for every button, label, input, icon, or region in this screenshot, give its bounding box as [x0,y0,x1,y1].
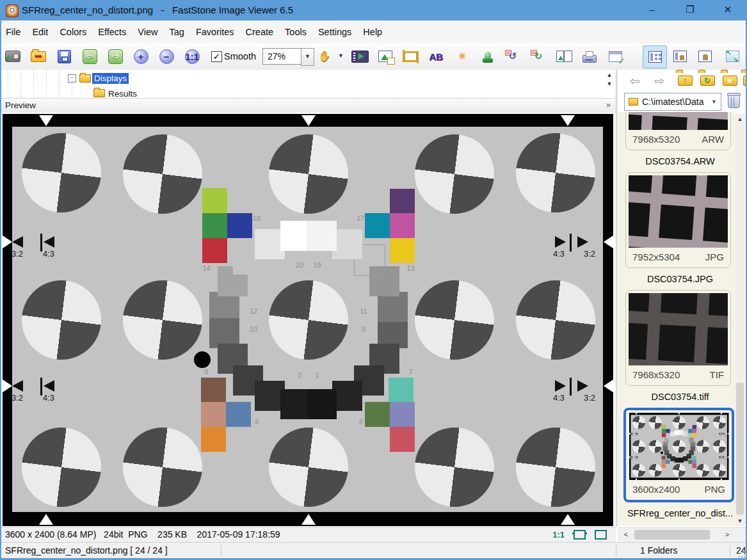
thumbnail-card[interactable]: 7968x5320ARW [625,112,731,150]
quadrant-circle [123,280,202,360]
fullscreen-icon[interactable] [721,45,744,67]
print-icon[interactable] [578,45,601,67]
grayscale-patch-number: 10 [669,447,671,449]
zoom-dropdown-button[interactable]: ▼ [301,48,314,66]
zoom-in-icon[interactable]: + [129,45,152,67]
grayscale-patch-19 [307,221,337,251]
preview-collapse-icon[interactable]: » [606,99,611,112]
tree-item-displays[interactable]: Displays [92,73,129,84]
grayscale-patch-number: 1 [311,371,324,380]
tree-scroll-down-icon[interactable]: ▼ [604,81,614,87]
thumbnail-card[interactable]: 12347891011121314171819203:24:34:33:23:2… [623,408,734,502]
next-image-icon[interactable]: ⇨ [104,45,127,67]
save-icon[interactable] [52,45,76,67]
fullscreen-status-icon[interactable] [595,530,607,540]
thumbnail-card[interactable]: 7952x5304JPG [625,172,731,268]
rotate-right-icon[interactable]: ↻ [527,45,550,67]
checker-square [709,293,728,317]
delete-icon[interactable] [728,94,740,108]
tree-scroll-up-icon[interactable]: ▲ [604,72,614,78]
registration-triangle-bottom [39,514,53,525]
resize-grip[interactable] [739,551,745,557]
clone-stamp-icon[interactable] [476,45,499,67]
folder-favorites-icon-glyph: ★ [720,72,739,89]
menu-edit[interactable]: Edit [26,20,54,44]
menu-tag[interactable]: Tag [164,20,190,44]
color-patch-green [202,213,227,238]
scroll-right-icon[interactable]: > [722,530,732,540]
tree-item-results[interactable]: Results [106,88,139,98]
grayscale-patch-2 [280,389,310,419]
scroll-up-icon[interactable]: ▲ [735,114,745,124]
thumbnail-horizontal-scrollbar[interactable]: < > [618,527,746,543]
rotate-left-icon[interactable]: ↺ [501,45,524,67]
hand-tool-icon[interactable]: ✋ [313,45,336,67]
thumbnail-filename[interactable]: SFRreg_center_no_dist... [625,508,735,519]
zoom-out-icon[interactable]: − [155,45,178,67]
checker-pattern [629,293,728,365]
scroll-down-icon[interactable]: ▼ [735,516,745,526]
thumbnail-filename[interactable]: DSC03754.ARW [625,156,735,167]
thumbnail-filename[interactable]: DSC03754.tiff [625,391,735,403]
resize-icon[interactable] [374,45,397,67]
image-preview[interactable]: 12347891011121314171819203:24:34:33:23:2… [0,113,616,527]
menu-view[interactable]: View [132,20,163,44]
layout-browser-icon[interactable] [643,45,667,68]
annotate-icon[interactable]: AB [424,45,447,67]
zoom-level-input[interactable]: 27% [262,48,305,65]
registration-triangle-right [727,456,728,458]
fit-window-icon[interactable] [574,530,586,540]
nav-back-icon[interactable]: ⇦ [625,72,645,89]
previous-image-icon[interactable]: ⇦ [78,45,101,67]
smooth-checkbox[interactable]: ✓ [211,51,222,62]
slideshow-icon[interactable] [348,45,371,67]
minimize-button[interactable]: – [638,0,667,20]
bottom-status-bar: SFRreg_center_no_distort.png [ 24 / 24 ]… [0,542,747,559]
path-folder-icon [629,98,638,106]
nav-forward-icon[interactable]: ⇨ [650,72,669,89]
actual-size-icon[interactable]: 1:1 [181,45,204,67]
menu-help[interactable]: Help [357,20,388,44]
compare-images-icon[interactable] [552,45,575,67]
menu-settings[interactable]: Settings [312,20,357,44]
layout-image-icon[interactable] [693,45,716,67]
aspect-marker-arrow [44,236,54,248]
open-file-icon[interactable]: ➥ [27,45,50,67]
title-bar[interactable]: SFRreg_center_no_distort.png - FastStone… [0,0,747,20]
settings-icon[interactable] [604,45,627,67]
layout-preview-icon[interactable] [668,45,691,67]
thumbnail-card[interactable]: 7968x5320TIF [625,290,731,386]
browse-images-icon[interactable] [1,45,24,67]
image-info: 3600 x 2400 (8.64 MP) 24bit PNG 235 KB 2… [5,527,280,542]
folder-favorites-icon[interactable]: ★ [720,72,739,89]
menu-file[interactable]: File [0,20,26,44]
menu-colors[interactable]: Colors [54,20,92,44]
folder-refresh-icon[interactable]: ↻ [698,72,717,89]
quadrant-circle [696,464,709,477]
menu-favorites[interactable]: Favorites [190,20,240,44]
close-button[interactable]: ✕ [713,0,743,20]
thumbnail-meta: 3600x2400PNG [626,480,732,498]
quadrant-circle [696,416,709,429]
menu-tools[interactable]: Tools [279,20,312,44]
horizontal-scroll-thumb[interactable] [634,530,710,540]
crop-icon[interactable] [399,45,422,67]
thumbnail-filename[interactable]: DSC03754.JPG [625,273,735,285]
adjust-colors-icon[interactable]: ☀ [451,45,474,67]
maximize-button[interactable]: ❐ [675,0,705,20]
path-combobox[interactable]: C:\imatest\Data ▼ [624,93,721,111]
registration-triangle-bottom [635,478,638,480]
quadrant-circle [415,280,494,360]
grayscale-patch-number: 8 [200,367,213,376]
hand-tool-dropdown-icon[interactable]: ▼ [338,52,344,59]
path-dropdown-icon[interactable]: ▼ [707,99,721,105]
smooth-label[interactable]: Smooth [224,48,256,65]
thumbnail-vertical-scrollbar[interactable]: ▲ ▼ [735,114,745,526]
scroll-left-icon[interactable]: < [621,530,631,540]
menu-create[interactable]: Create [240,20,280,44]
layout-image-icon-art [698,51,712,62]
folder-up-icon[interactable]: ↑ [675,72,695,89]
actual-size-status-icon[interactable]: 1:1 [552,530,565,540]
menu-effects[interactable]: Effects [92,20,132,44]
vertical-scroll-thumb[interactable] [736,383,744,515]
